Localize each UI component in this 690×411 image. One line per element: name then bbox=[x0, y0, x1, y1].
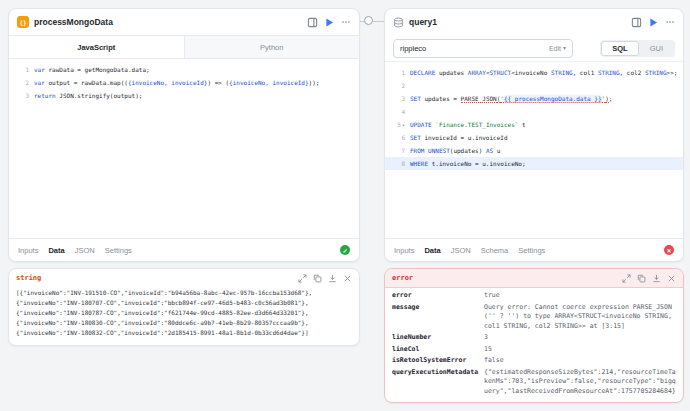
code-line: 2var output = rawData.map(({invoiceNo, i… bbox=[9, 76, 359, 89]
code-line: 7FROM UNNEST(updates) AS u bbox=[385, 144, 683, 157]
more-options-icon[interactable] bbox=[341, 17, 351, 27]
js-panel-header: {} processMongoData bbox=[9, 9, 359, 35]
field-error: errortrue bbox=[392, 291, 676, 301]
download-icon[interactable] bbox=[328, 274, 337, 283]
error-indicator-icon: ✕ bbox=[664, 245, 674, 255]
output-header: string bbox=[9, 269, 359, 287]
field-message: messageQuery error: Cannot coerce expres… bbox=[392, 303, 676, 332]
sql-query-title: query1 bbox=[409, 17, 437, 27]
js-result-tabs: InputsDataJSONSettings ✓ bbox=[9, 238, 359, 261]
sql-result-tabs: InputsDataJSONSchemaSettings ✕ bbox=[385, 238, 683, 261]
code-line: 3return JSON.stringify(output); bbox=[9, 89, 359, 102]
fold-icon: ▾ bbox=[402, 122, 405, 128]
tab-inputs[interactable]: Inputs bbox=[394, 246, 414, 255]
output-line: {"invoiceNo":"INV-180787-CO","invoiceId"… bbox=[16, 308, 352, 318]
resource-row: rippleco Edit ▾ SQLGUI bbox=[385, 35, 683, 62]
open-in-editor-icon[interactable] bbox=[307, 17, 318, 28]
sql-gui-toggle: SQLGUI bbox=[600, 40, 675, 57]
tab-json[interactable]: JSON bbox=[451, 246, 471, 255]
copy-icon[interactable] bbox=[637, 274, 646, 283]
chevron-down-icon: ▾ bbox=[563, 45, 566, 51]
js-output-panel: string [{"invoiceNo":"INV-191510-CO","in… bbox=[8, 268, 360, 346]
download-icon[interactable] bbox=[652, 274, 661, 283]
field-lineCol: lineCol15 bbox=[392, 345, 676, 355]
error-header: error bbox=[385, 269, 683, 288]
code-line: 8WHERE t.invoiceNo = u.invoiceNo; bbox=[385, 157, 683, 170]
js-query-panel: {} processMongoData JavaScriptPython 1va… bbox=[8, 8, 360, 262]
field-lineNumber: lineNumber3 bbox=[392, 333, 676, 343]
output-type-label: string bbox=[16, 274, 41, 282]
tab-inputs[interactable]: Inputs bbox=[18, 246, 38, 255]
field-queryExecutionMetadata: queryExecutionMetadata{"estimatedRespons… bbox=[392, 368, 676, 397]
tab-settings[interactable]: Settings bbox=[518, 246, 545, 255]
close-icon[interactable] bbox=[667, 274, 676, 283]
output-line: {"invoiceNo":"INV-180707-CO","invoiceId"… bbox=[16, 298, 352, 308]
resource-edit-button[interactable]: Edit ▾ bbox=[549, 45, 566, 52]
sql-panel-header: query1 bbox=[385, 9, 683, 35]
error-details: errortruemessageQuery error: Cannot coer… bbox=[385, 288, 683, 402]
output-line: [{"invoiceNo":"INV-191510-CO","invoiceId… bbox=[16, 288, 352, 298]
javascript-icon: {} bbox=[17, 16, 29, 28]
string-output: [{"invoiceNo":"INV-191510-CO","invoiceId… bbox=[9, 287, 359, 342]
field-isRetoolSystemError: isRetoolSystemErrorfalse bbox=[392, 356, 676, 366]
tab-javascript[interactable]: JavaScript bbox=[9, 36, 184, 58]
js-code-editor[interactable]: 1var rawData = getMongoData.data;2var ou… bbox=[9, 59, 359, 238]
code-line: 1DECLARE updates ARRAY<STRUCT<invoiceNo … bbox=[385, 66, 683, 79]
resource-name: rippleco bbox=[400, 44, 549, 53]
sql-query-panel: query1 rippleco Edit ▾ bbox=[384, 8, 684, 262]
close-icon[interactable] bbox=[343, 274, 352, 283]
resource-selector[interactable]: rippleco Edit ▾ bbox=[393, 39, 573, 58]
expand-icon[interactable] bbox=[622, 274, 631, 283]
code-line: 2 bbox=[385, 79, 683, 92]
tab-sql[interactable]: SQL bbox=[601, 41, 638, 56]
copy-icon[interactable] bbox=[313, 274, 322, 283]
tab-json[interactable]: JSON bbox=[75, 246, 95, 255]
run-query-icon[interactable] bbox=[325, 18, 334, 27]
code-line: 3SET updates = PARSE_JSON('{{ processMon… bbox=[385, 92, 683, 105]
sql-code-editor[interactable]: 1DECLARE updates ARRAY<STRUCT<invoiceNo … bbox=[385, 62, 683, 238]
error-type-label: error bbox=[392, 274, 413, 282]
tab-gui[interactable]: GUI bbox=[639, 41, 674, 56]
open-in-editor-icon[interactable] bbox=[631, 17, 642, 28]
database-icon bbox=[393, 17, 404, 28]
more-options-icon[interactable] bbox=[665, 17, 675, 27]
expand-icon[interactable] bbox=[298, 274, 307, 283]
tab-python[interactable]: Python bbox=[184, 36, 360, 58]
tab-schema[interactable]: Schema bbox=[481, 246, 509, 255]
tab-data[interactable]: Data bbox=[424, 246, 440, 255]
tab-settings[interactable]: Settings bbox=[105, 246, 132, 255]
tab-data[interactable]: Data bbox=[48, 246, 64, 255]
output-line: {"invoiceNo":"INV-180832-CO","invoiceId"… bbox=[16, 328, 352, 338]
success-indicator-icon: ✓ bbox=[340, 245, 350, 255]
run-query-icon[interactable] bbox=[649, 18, 658, 27]
node-connector-port[interactable] bbox=[364, 16, 373, 25]
error-panel: error errortruemessageQuery error: Canno… bbox=[384, 268, 684, 403]
code-line: 6SET invoiceId = u.invoiceId bbox=[385, 131, 683, 144]
output-line: {"invoiceNo":"INV-180830-CO","invoiceId"… bbox=[16, 318, 352, 328]
code-line: 1var rawData = getMongoData.data; bbox=[9, 63, 359, 76]
query-editor-canvas: {} processMongoData JavaScriptPython 1va… bbox=[0, 0, 690, 411]
code-line: 5▾UPDATE `Finance.TEST_Invoices` t bbox=[385, 118, 683, 131]
js-query-title: processMongoData bbox=[34, 17, 113, 27]
code-line: 4 bbox=[385, 105, 683, 118]
language-tabs: JavaScriptPython bbox=[9, 35, 359, 59]
